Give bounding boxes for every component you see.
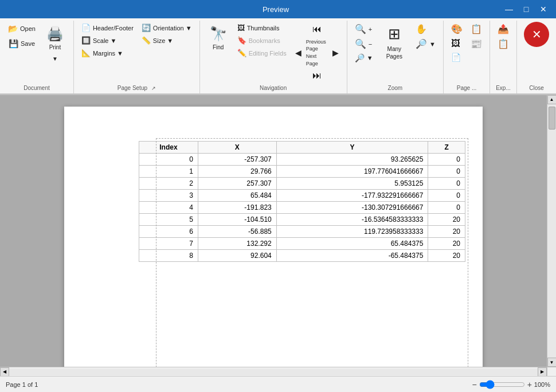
last-page-button[interactable]: ⏭ <box>309 68 325 84</box>
zoom-controls: − + 100% <box>472 380 550 389</box>
table-cell: 20 <box>428 225 465 237</box>
close-preview-button[interactable]: ✕ <box>524 22 549 47</box>
last-page-icon: ⏭ <box>312 70 322 82</box>
col-header-x: X <box>198 141 276 153</box>
page-bg-icon: 🖼 <box>451 38 460 49</box>
page-option2-button[interactable]: 📋 <box>468 22 485 36</box>
print-button[interactable]: 🖨️ Print <box>41 22 69 54</box>
margins-button[interactable]: 📐 Margins ▼ <box>79 47 136 59</box>
zoom-options-button[interactable]: 🔎 ▼ <box>413 37 438 51</box>
scroll-up-button[interactable]: ▲ <box>547 95 557 104</box>
thumbnails-icon: 🖼 <box>237 23 245 32</box>
ribbon-group-page: 🎨 🖼 📄 📋 📰 Page ... <box>444 21 490 93</box>
zoom-col1: 🔍 + 🔍 − 🔎 ▼ <box>352 22 376 64</box>
prev-page-button[interactable]: ◀ <box>292 46 305 60</box>
export2-button[interactable]: 📋 <box>495 37 512 51</box>
print-options-button[interactable]: ▼ <box>43 54 67 64</box>
size-button[interactable]: 📏 Size ▼ <box>139 34 195 46</box>
page-nav-col: ⏮ ◀ Previous Page Next Page ▶ ⏭ <box>292 22 342 84</box>
editing-icon: ✏️ <box>237 49 246 57</box>
table-header-row: Index X Y Z <box>139 141 465 153</box>
orientation-button[interactable]: 🔄 Orientation ▼ <box>139 22 195 34</box>
table-cell: -56.885 <box>198 225 276 237</box>
table-cell: -104.510 <box>198 213 276 225</box>
thumbnails-button[interactable]: 🖼 Thumbnails <box>234 22 289 34</box>
table-row: 7132.29265.48437520 <box>139 237 465 249</box>
pan-button[interactable]: ✋ <box>413 22 438 36</box>
table-cell: 5 <box>139 213 198 225</box>
table-cell: 5.953125 <box>276 177 428 189</box>
page-area: Index X Y Z 0-257.30793.2656250129.76619… <box>0 95 547 367</box>
col-header-z: Z <box>428 141 465 153</box>
zoom-in-button[interactable]: 🔍 + <box>352 22 376 36</box>
table-row: 0-257.30793.2656250 <box>139 153 465 165</box>
main-area: Index X Y Z 0-257.30793.2656250129.76619… <box>0 95 556 367</box>
many-pages-icon: ⊞ <box>388 25 401 44</box>
header-footer-button[interactable]: 📄 Header/Footer <box>79 22 136 34</box>
next-page-button[interactable]: ▶ <box>329 46 342 60</box>
page-option3-button[interactable]: 📰 <box>468 37 485 51</box>
zoom-plus-button[interactable]: + <box>527 380 532 389</box>
status-bar: Page 1 of 1 − + 100% <box>0 376 556 392</box>
find-button[interactable]: 🔭 Find <box>205 22 232 54</box>
table-cell: 65.484 <box>198 189 276 201</box>
zoom-out-button[interactable]: 🔍 − <box>352 37 376 51</box>
print-icon: 🖨️ <box>46 25 64 42</box>
ribbon-group-document-content: 📂 Open 💾 Save 🖨️ Print ▼ <box>5 22 69 84</box>
navigation-group-label: Navigation <box>205 84 342 92</box>
table-cell: 20 <box>428 213 465 225</box>
page-info: Page 1 of 1 <box>6 381 38 388</box>
table-cell: 6 <box>139 225 198 237</box>
scroll-track-horizontal[interactable] <box>9 369 538 375</box>
ribbon-group-page-setup: 📄 Header/Footer 🔲 Scale ▼ 📐 Margins ▼ 🔄 … <box>74 21 200 93</box>
zoom-out-icon: 🔍 <box>355 38 366 49</box>
maximize-button[interactable]: □ <box>518 1 534 17</box>
table-cell: 3 <box>139 189 198 201</box>
margins-icon: 📐 <box>81 49 91 57</box>
zoom-dropdown-button[interactable]: 🔎 ▼ <box>352 52 376 64</box>
zoom-slider[interactable] <box>479 380 525 389</box>
col-header-index: Index <box>139 141 198 153</box>
many-pages-button[interactable]: ⊞ Many Pages <box>378 22 411 63</box>
title-bar-controls: ― □ ✕ <box>501 1 551 17</box>
page-bg-button[interactable]: 🖼 <box>448 37 465 50</box>
table-cell: 4 <box>139 201 198 213</box>
page-group-label: Page ... <box>448 84 485 92</box>
scrollbar-corner <box>547 367 556 376</box>
page-color-button[interactable]: 🎨 <box>448 22 465 36</box>
table-cell: 0 <box>428 153 465 165</box>
vertical-scrollbar[interactable]: ▲ ▼ <box>547 95 556 367</box>
page-col: 🎨 🖼 📄 <box>448 22 465 64</box>
minimize-button[interactable]: ― <box>501 1 517 17</box>
scroll-right-button[interactable]: ▶ <box>538 367 547 377</box>
table-cell: 0 <box>428 189 465 201</box>
page: Index X Y Z 0-257.30793.2656250129.76619… <box>64 107 483 367</box>
export1-icon: 📤 <box>498 23 509 34</box>
print-col: 🖨️ Print ▼ <box>41 22 69 64</box>
scroll-left-button[interactable]: ◀ <box>0 367 9 377</box>
export1-button[interactable]: 📤 <box>495 22 512 36</box>
open-button[interactable]: 📂 Open <box>5 22 39 36</box>
document-group-label: Document <box>5 84 69 92</box>
zoom-col3: ✋ 🔎 ▼ <box>413 22 438 51</box>
zoom-minus-button[interactable]: − <box>472 380 476 389</box>
title-bar-title: Preview <box>50 5 501 14</box>
scroll-thumb-vertical[interactable] <box>549 107 555 130</box>
pan-icon: ✋ <box>416 23 427 34</box>
save-icon: 💾 <box>9 38 18 49</box>
table-cell: 7 <box>139 237 198 249</box>
scroll-down-button[interactable]: ▼ <box>547 358 557 367</box>
prev-page-icon: ◀ <box>295 48 302 58</box>
page-setup-expand[interactable]: ↗ <box>151 85 156 91</box>
save-button[interactable]: 💾 Save <box>5 37 39 50</box>
scale-button[interactable]: 🔲 Scale ▼ <box>79 34 136 46</box>
zoom-dropdown-icon: 🔎 <box>355 53 365 62</box>
window-close-button[interactable]: ✕ <box>535 1 551 17</box>
bookmarks-button: 🔖 Bookmarks <box>234 34 289 46</box>
first-page-button[interactable]: ⏮ <box>309 22 325 37</box>
h-scrollbar[interactable]: ◀ ▶ <box>0 367 547 376</box>
scroll-track-vertical[interactable] <box>547 104 556 358</box>
orientation-icon: 🔄 <box>142 23 151 32</box>
page-extra-button[interactable]: 📄 <box>448 51 465 64</box>
ribbon-group-close-content: ✕ <box>522 22 551 84</box>
